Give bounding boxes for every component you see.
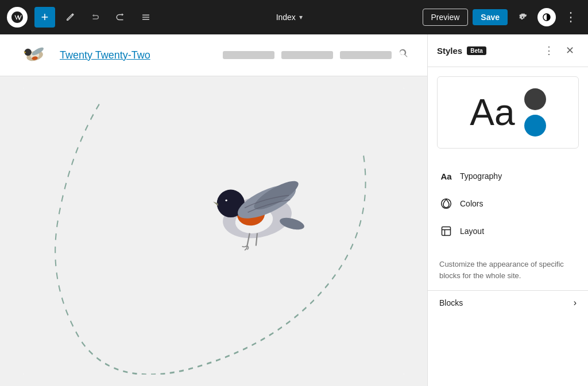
styles-panel-header: Styles Beta ⋮ ✕	[428, 34, 588, 67]
chevron-down-icon: ▾	[299, 13, 303, 21]
colors-menu-item[interactable]: Colors	[428, 190, 588, 217]
customize-text: Customize the appearance of specific blo…	[428, 249, 588, 290]
pen-button[interactable]	[60, 7, 80, 28]
nav-bar-1	[223, 51, 274, 59]
dot-dark	[524, 88, 546, 110]
settings-button[interactable]	[512, 7, 533, 28]
site-header-preview: Twenty Twenty-Two	[0, 34, 427, 76]
colors-label: Colors	[460, 199, 483, 208]
layout-menu-item[interactable]: Layout	[428, 217, 588, 245]
preview-aa-text: Aa	[470, 94, 514, 131]
panel-more-button[interactable]: ⋮	[540, 41, 558, 60]
beta-badge: Beta	[467, 46, 486, 55]
save-button[interactable]: Save	[473, 9, 508, 25]
document-title-button[interactable]: Index ▾	[270, 9, 308, 25]
canvas-inner	[23, 88, 404, 375]
layout-icon	[439, 224, 453, 238]
layout-label: Layout	[460, 227, 484, 236]
styles-panel: Styles Beta ⋮ ✕ Aa Aa	[427, 34, 588, 386]
canvas-area: Twenty Twenty-Two	[0, 34, 427, 386]
colors-icon	[439, 197, 453, 210]
typography-icon: Aa	[439, 169, 453, 183]
main-content: Twenty Twenty-Two	[0, 34, 588, 386]
undo-button[interactable]	[85, 7, 106, 28]
canvas-body	[23, 88, 404, 375]
top-bar: + Index ▾ Preview Save ⋮	[0, 0, 588, 34]
style-menu: Aa Typography Colors	[428, 158, 588, 249]
document-title-text: Index	[276, 13, 296, 22]
nav-bar-2	[281, 51, 333, 59]
site-title[interactable]: Twenty Twenty-Two	[60, 49, 150, 61]
more-icon: ⋮	[544, 44, 554, 57]
more-options-button[interactable]: ⋮	[560, 7, 581, 28]
bird-illustration	[194, 159, 320, 263]
typography-label: Typography	[460, 171, 502, 181]
panel-close-button[interactable]: ✕	[560, 41, 579, 60]
site-logo	[18, 44, 48, 67]
dot-blue	[524, 115, 546, 137]
contrast-button[interactable]	[537, 8, 556, 26]
nav-placeholder	[223, 49, 409, 61]
svg-point-11	[225, 200, 227, 201]
blocks-label: Blocks	[439, 298, 463, 307]
search-button[interactable]	[399, 49, 409, 61]
nav-bar-3	[340, 51, 392, 59]
top-bar-right: Preview Save ⋮	[423, 7, 582, 28]
blocks-row[interactable]: Blocks ›	[428, 290, 588, 315]
preview-dots	[524, 88, 546, 137]
svg-rect-18	[442, 227, 451, 236]
redo-button[interactable]	[110, 7, 131, 28]
add-block-button[interactable]: +	[34, 7, 55, 28]
blocks-chevron-icon: ›	[574, 298, 577, 308]
wp-logo	[7, 7, 28, 28]
site-logo-bird	[18, 44, 48, 67]
top-bar-center: Index ▾	[161, 9, 418, 25]
list-view-button[interactable]	[136, 7, 156, 28]
close-icon: ✕	[566, 44, 574, 57]
styles-panel-title: Styles	[437, 46, 462, 56]
typography-menu-item[interactable]: Aa Typography	[428, 162, 588, 190]
preview-button[interactable]: Preview	[423, 9, 469, 26]
panel-header-actions: ⋮ ✕	[540, 41, 579, 60]
style-preview-box: Aa	[437, 76, 579, 149]
